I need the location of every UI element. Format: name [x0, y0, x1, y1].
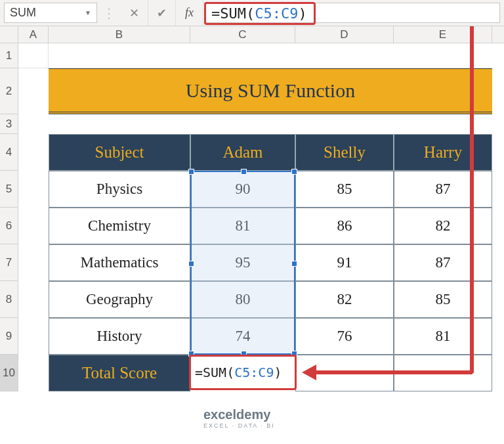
cell-A1[interactable]	[18, 43, 49, 68]
col-header-E[interactable]: E	[394, 26, 492, 43]
column-headers: A B C D E	[18, 26, 504, 43]
cancel-icon[interactable]: ✕	[121, 0, 148, 26]
cell-c-2[interactable]: 95	[190, 244, 295, 281]
col-header-C[interactable]: C	[190, 26, 295, 43]
formula-suffix: )	[298, 5, 306, 22]
sheet: A B C D E 1 2 3 4 5 6 7 8 9 10 Using SUM…	[0, 26, 504, 444]
cell-c-1[interactable]: 81	[190, 208, 295, 244]
cell-subject-2[interactable]: Mathematics	[49, 244, 190, 281]
editing-suffix: )	[274, 365, 282, 380]
cell-d-2[interactable]: 91	[295, 244, 394, 281]
cell-e-4[interactable]: 81	[394, 318, 492, 355]
col-header-A[interactable]: A	[18, 26, 49, 43]
cell-d-0[interactable]: 85	[295, 171, 394, 208]
cell-subject-1[interactable]: Chemistry	[49, 208, 190, 244]
row-header-5[interactable]: 5	[0, 171, 18, 208]
cell-subject-0[interactable]: Physics	[49, 171, 190, 208]
enter-icon[interactable]: ✔	[148, 0, 176, 26]
cell-d-3[interactable]: 82	[295, 281, 394, 318]
cell-d-4[interactable]: 76	[295, 318, 394, 355]
watermark-line2: EXCEL · DATA · BI	[203, 422, 275, 429]
row-header-7[interactable]: 7	[0, 244, 18, 281]
cell-subject-3[interactable]: Geography	[49, 281, 190, 318]
fx-icon[interactable]: fx	[176, 0, 203, 26]
select-all-corner[interactable]	[0, 26, 18, 43]
cell-subject-4[interactable]: History	[49, 318, 190, 355]
watermark: exceldemy EXCEL · DATA · BI	[203, 407, 275, 429]
row-header-8[interactable]: 8	[0, 281, 18, 318]
cell-c-0[interactable]: 90	[190, 171, 295, 208]
row-header-10[interactable]: 10	[0, 355, 18, 391]
header-harry: Harry	[394, 134, 492, 171]
formula-highlight: =SUM(C5:C9)	[204, 2, 316, 25]
header-shelly: Shelly	[295, 134, 394, 171]
divider: ⋮	[97, 0, 121, 26]
formula-input[interactable]: =SUM(C5:C9)	[203, 3, 500, 23]
header-subject: Subject	[49, 134, 190, 171]
name-box-value: SUM	[10, 6, 36, 20]
watermark-line1: exceldemy	[203, 407, 270, 422]
cell-e-3[interactable]: 85	[394, 281, 492, 318]
header-adam: Adam	[190, 134, 295, 171]
formula-prefix: =SUM(	[211, 5, 255, 22]
cell-e-1[interactable]: 82	[394, 208, 492, 244]
row-header-6[interactable]: 6	[0, 208, 18, 244]
total-label: Total Score	[49, 355, 190, 391]
cell-d-1[interactable]: 86	[295, 208, 394, 244]
row-header-9[interactable]: 9	[0, 318, 18, 355]
col-header-B[interactable]: B	[49, 26, 190, 43]
formula-ref: C5:C9	[255, 5, 298, 22]
editing-cell[interactable]: =SUM(C5:C9)	[189, 355, 297, 390]
row-headers: 1 2 3 4 5 6 7 8 9 10	[0, 43, 18, 391]
editing-prefix: =SUM(	[195, 365, 234, 380]
name-box-dropdown-icon[interactable]: ▼	[85, 9, 91, 16]
cell-e-0[interactable]: 87	[394, 171, 492, 208]
row-header-3[interactable]: 3	[0, 114, 18, 134]
name-box[interactable]: SUM ▼	[4, 3, 97, 23]
callout-arrow-icon	[302, 365, 316, 380]
cell-c-3[interactable]: 80	[190, 281, 295, 318]
callout-line	[315, 370, 472, 374]
row-header-2[interactable]: 2	[0, 68, 18, 114]
editing-ref: C5:C9	[234, 365, 274, 380]
formula-bar: SUM ▼ ⋮ ✕ ✔ fx =SUM(C5:C9)	[0, 0, 504, 26]
title-banner: Using SUM Function	[49, 68, 492, 114]
row-header-4[interactable]: 4	[0, 134, 18, 171]
cell-e-2[interactable]: 87	[394, 244, 492, 281]
callout-line	[470, 26, 474, 373]
cell-c-4[interactable]: 74	[190, 318, 295, 355]
col-header-D[interactable]: D	[295, 26, 394, 43]
row-header-1[interactable]: 1	[0, 43, 18, 68]
